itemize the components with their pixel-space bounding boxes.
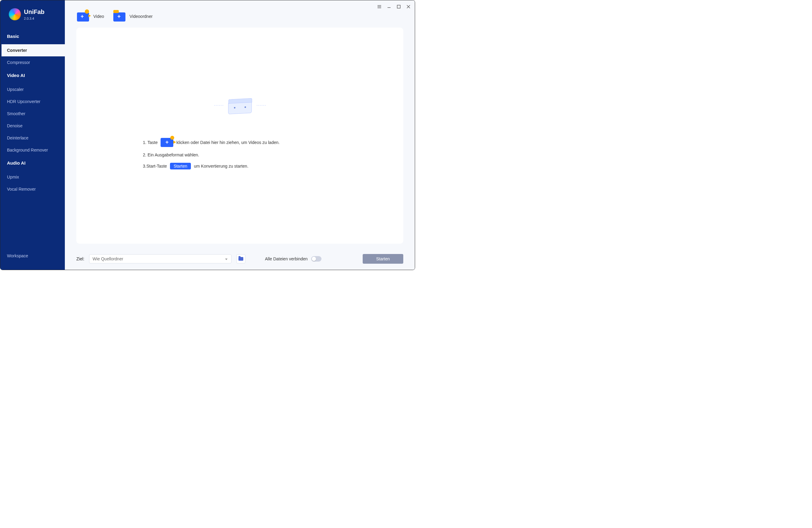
sidebar: UniFab 2.0.3.4 Basic Converter Compresso… (0, 0, 65, 270)
add-bar: + Video + Videoordner (65, 0, 415, 28)
destination-select[interactable]: Wie Quellordner (89, 254, 231, 263)
sidebar-item-smoother[interactable]: Smoother (0, 108, 65, 120)
destination-label: Ziel: (76, 256, 84, 261)
sidebar-item-hdr-upconverter[interactable]: HDR Upconverter (0, 96, 65, 108)
inline-add-video-icon: + (161, 138, 173, 147)
logo-block: UniFab 2.0.3.4 (0, 0, 65, 29)
drop-panel[interactable]: 1. Taste + klicken oder Datei hier hin z… (76, 28, 403, 244)
sidebar-item-workspace[interactable]: Workspace (0, 248, 65, 264)
app-name: UniFab (24, 9, 45, 15)
add-folder-icon: + (113, 11, 126, 22)
add-video-icon: + (77, 11, 89, 22)
sidebar-item-upscaler[interactable]: Upscaler (0, 83, 65, 96)
add-folder-button[interactable]: + Videoordner (113, 11, 153, 22)
merge-toggle[interactable] (311, 256, 321, 261)
maximize-icon[interactable] (395, 3, 403, 11)
step1-suffix: klicken oder Datei hier hin ziehen, um V… (176, 140, 280, 145)
empty-box-icon (220, 102, 260, 120)
browse-folder-button[interactable] (236, 254, 245, 263)
minimize-icon[interactable] (385, 3, 393, 11)
add-video-button[interactable]: + Video (77, 11, 104, 22)
step3-suffix: um Konvertierung zu starten. (194, 164, 248, 169)
sidebar-item-upmix[interactable]: Upmix (0, 171, 65, 183)
sidebar-item-background-remover[interactable]: Background Remover (0, 144, 65, 156)
sidebar-section-audio-ai: Audio AI (0, 156, 65, 171)
sidebar-section-basic: Basic (0, 29, 65, 44)
svg-rect-0 (397, 5, 400, 8)
sidebar-item-denoise[interactable]: Denoise (0, 120, 65, 132)
sidebar-section-video-ai: Video AI (0, 69, 65, 83)
sidebar-item-converter[interactable]: Converter (0, 44, 65, 56)
menu-icon[interactable] (375, 3, 383, 11)
add-folder-label: Videoordner (130, 14, 153, 19)
step2-text: 2. Ein Ausgabeformat wählen. (143, 153, 199, 157)
app-logo-text: UniFab 2.0.3.4 (24, 9, 45, 20)
step3-prefix: 3.Start-Taste (143, 164, 167, 169)
step-1: 1. Taste + klicken oder Datei hier hin z… (143, 138, 337, 147)
sidebar-item-compressor[interactable]: Compressor (0, 56, 65, 69)
destination-value: Wie Quellordner (92, 256, 123, 261)
folder-icon (238, 257, 243, 261)
inline-start-badge: Starten (170, 163, 191, 169)
empty-state: 1. Taste + klicken oder Datei hier hin z… (143, 97, 337, 175)
start-button[interactable]: Starten (363, 254, 403, 264)
window-controls (375, 3, 412, 11)
add-video-label: Video (93, 14, 104, 19)
merge-label: Alle Dateien verbinden (265, 256, 307, 261)
sidebar-item-deinterlace[interactable]: Deinterlace (0, 132, 65, 144)
app-version: 2.0.3.4 (24, 17, 45, 20)
step-3: 3.Start-Taste Starten um Konvertierung z… (143, 163, 337, 169)
footer-bar: Ziel: Wie Quellordner Alle Dateien verbi… (65, 250, 415, 270)
step-2: 2. Ein Ausgabeformat wählen. (143, 153, 337, 157)
main-area: + Video + Videoordner (65, 0, 415, 270)
merge-block: Alle Dateien verbinden (265, 256, 321, 261)
close-icon[interactable] (405, 3, 412, 11)
sidebar-item-vocal-remover[interactable]: Vocal Remover (0, 183, 65, 195)
step1-prefix: 1. Taste (143, 140, 158, 145)
app-logo-icon (9, 8, 21, 20)
